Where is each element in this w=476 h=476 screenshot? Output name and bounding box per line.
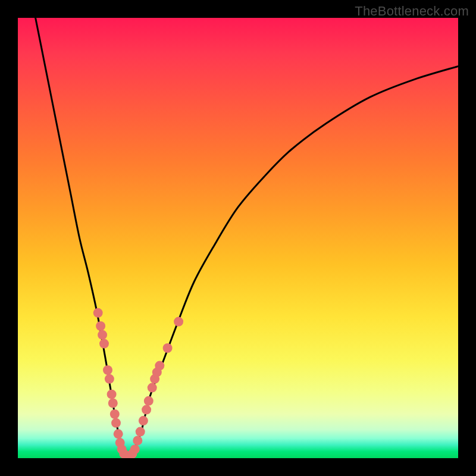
data-marker (148, 383, 157, 393)
data-marker (133, 436, 142, 445)
data-marker (93, 308, 103, 318)
chart-frame: TheBottleneck.com (0, 0, 476, 476)
data-marker (174, 317, 183, 327)
data-marker (105, 374, 114, 384)
data-marker (163, 343, 173, 353)
data-marker (139, 416, 148, 425)
data-markers (93, 308, 183, 458)
data-marker (99, 339, 109, 349)
data-marker (155, 361, 164, 371)
data-marker (98, 330, 107, 340)
data-marker (144, 396, 154, 406)
data-marker (108, 399, 118, 408)
data-marker (142, 405, 151, 415)
data-marker (110, 409, 120, 419)
bottleneck-curve (36, 18, 458, 458)
data-marker (111, 418, 121, 428)
watermark-text: TheBottleneck.com (355, 4, 469, 19)
data-marker (96, 321, 105, 331)
bottleneck-curve-svg (18, 18, 458, 458)
plot-area (18, 18, 458, 458)
data-marker (130, 444, 140, 454)
data-marker (103, 365, 112, 375)
data-marker (114, 429, 123, 439)
data-marker (107, 390, 117, 399)
data-marker (136, 427, 145, 437)
